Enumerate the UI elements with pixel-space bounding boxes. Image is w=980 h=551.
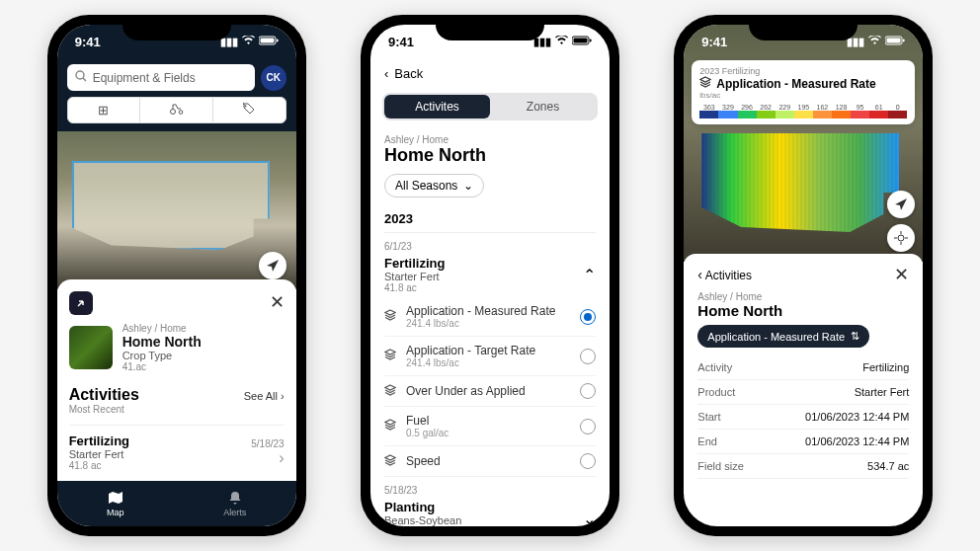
close-icon[interactable]: ✕ bbox=[270, 291, 285, 313]
svg-rect-2 bbox=[277, 39, 279, 42]
legend-swatch: 296 bbox=[738, 104, 757, 118]
activity-group-planting[interactable]: Planting Beans-Soybean 40 ac ⌄ bbox=[384, 496, 596, 526]
svg-point-5 bbox=[170, 110, 175, 115]
activities-heading: Activities bbox=[69, 386, 139, 404]
detail-label: Start bbox=[697, 411, 720, 423]
map-icon bbox=[107, 491, 124, 508]
svg-rect-10 bbox=[590, 39, 592, 42]
phone-3: 9:41 ▮▮▮ 2023 Fertilizing Application - … bbox=[674, 15, 933, 536]
seg-activities[interactable]: Activites bbox=[384, 95, 490, 118]
locate-button[interactable] bbox=[887, 191, 915, 218]
detail-label: End bbox=[697, 435, 717, 447]
activity-row[interactable]: Fertilizing Starter Fert 41.8 ac 5/18/23… bbox=[69, 425, 285, 471]
status-time: 9:41 bbox=[701, 35, 727, 49]
notch bbox=[436, 15, 544, 40]
layer-option[interactable]: Application - Measured Rate 241.4 lbs/ac bbox=[384, 297, 596, 337]
detail-label: Product bbox=[697, 386, 735, 398]
year-label: 2023 bbox=[384, 211, 596, 233]
tab-tags-icon[interactable] bbox=[213, 98, 286, 122]
layers-icon bbox=[384, 349, 398, 363]
radio-button[interactable] bbox=[580, 309, 596, 325]
battery-icon bbox=[885, 36, 905, 47]
legend-swatch: 229 bbox=[776, 104, 794, 118]
expand-button[interactable] bbox=[69, 291, 93, 315]
chevron-down-icon: ⌄ bbox=[463, 179, 473, 193]
layer-subtitle: 0.5 gal/ac bbox=[406, 428, 572, 438]
center-button[interactable] bbox=[887, 224, 915, 252]
back-button[interactable]: ‹ Back bbox=[370, 58, 610, 89]
nav-map[interactable]: Map bbox=[107, 491, 124, 517]
phone-2: 9:41 ▮▮▮ ‹ Back Activites Zones Ashley /… bbox=[361, 15, 619, 536]
avatar[interactable]: CK bbox=[261, 65, 286, 91]
radio-button[interactable] bbox=[580, 419, 596, 434]
legend-context: 2023 Fertilizing bbox=[699, 66, 907, 76]
map-view[interactable]: 9:41 ▮▮▮ 2023 Fertilizing Application - … bbox=[684, 25, 923, 262]
detail-value: 01/06/2023 12:44 PM bbox=[805, 435, 909, 447]
application-heatmap bbox=[701, 133, 899, 232]
wifi-icon bbox=[555, 36, 568, 47]
activity-product: Starter Fert bbox=[69, 448, 129, 460]
detail-row: ActivityFertilizing bbox=[697, 355, 909, 380]
layer-subtitle: 241.4 lbs/ac bbox=[406, 318, 572, 329]
layer-option[interactable]: Over Under as Applied bbox=[384, 376, 596, 407]
chevron-left-icon: ‹ bbox=[697, 267, 702, 282]
close-icon[interactable]: ✕ bbox=[894, 264, 909, 285]
layer-title: Application - Measured Rate bbox=[406, 304, 572, 318]
layer-option[interactable]: Speed bbox=[384, 446, 596, 477]
svg-rect-9 bbox=[573, 39, 587, 43]
activity-date: 5/18/23 bbox=[384, 485, 596, 496]
layer-option[interactable]: Application - Target Rate 241.4 lbs/ac bbox=[384, 337, 596, 376]
activity-acres: 41.8 ac bbox=[69, 460, 129, 471]
radio-button[interactable] bbox=[580, 349, 596, 364]
nav-alerts[interactable]: Alerts bbox=[223, 491, 246, 517]
field-boundary[interactable] bbox=[72, 161, 270, 250]
breadcrumb: Ashley / Home bbox=[384, 134, 596, 145]
layer-selector[interactable]: Application - Measured Rate ⇅ bbox=[697, 325, 869, 348]
detail-value: 534.7 ac bbox=[867, 460, 909, 472]
layers-icon bbox=[699, 76, 711, 91]
status-time: 9:41 bbox=[75, 35, 101, 49]
legend-swatch: 329 bbox=[718, 104, 737, 118]
activity-date: 6/1/23 bbox=[384, 241, 596, 252]
legend-swatch: 195 bbox=[794, 104, 813, 118]
activity-group-fertilizing[interactable]: Fertilizing Starter Fert 41.8 ac ⌃ bbox=[384, 252, 596, 297]
tab-equipment-icon[interactable] bbox=[140, 98, 213, 122]
tab-fields-icon[interactable]: ⊞ bbox=[68, 98, 141, 122]
seg-zones[interactable]: Zones bbox=[490, 95, 596, 118]
breadcrumb: Ashley / Home bbox=[697, 291, 909, 302]
detail-label: Field size bbox=[697, 460, 743, 472]
bottom-nav: Map Alerts bbox=[57, 481, 296, 526]
wifi-icon bbox=[242, 36, 255, 47]
locate-button[interactable] bbox=[259, 252, 286, 279]
layers-icon bbox=[384, 454, 398, 469]
crop-type: Crop Type bbox=[122, 350, 202, 361]
updown-icon: ⇅ bbox=[851, 330, 859, 343]
map-view[interactable] bbox=[57, 131, 296, 289]
radio-button[interactable] bbox=[580, 383, 596, 399]
battery-icon bbox=[572, 36, 592, 47]
search-icon bbox=[75, 70, 87, 85]
see-all-link[interactable]: See All › bbox=[244, 390, 285, 402]
svg-rect-1 bbox=[260, 39, 274, 43]
svg-rect-13 bbox=[903, 39, 905, 42]
chevron-left-icon: ‹ bbox=[384, 66, 388, 81]
activity-name: Fertilizing bbox=[69, 433, 129, 448]
layers-icon bbox=[384, 419, 398, 433]
layers-icon bbox=[384, 384, 398, 399]
activity-date: 5/18/23 bbox=[251, 438, 284, 449]
search-placeholder: Equipment & Fields bbox=[93, 71, 196, 85]
notch bbox=[122, 15, 231, 40]
season-filter[interactable]: All Seasons ⌄ bbox=[384, 174, 484, 197]
notch bbox=[749, 15, 858, 40]
back-activities[interactable]: ‹ Activities bbox=[697, 267, 752, 282]
segmented-control: Activites Zones bbox=[382, 93, 598, 120]
breadcrumb: Ashley / Home bbox=[122, 323, 202, 334]
top-bar: Equipment & Fields CK ⊞ bbox=[57, 58, 296, 131]
legend-swatch: 95 bbox=[851, 104, 869, 118]
svg-line-4 bbox=[83, 78, 86, 81]
field-acres: 41.ac bbox=[122, 361, 202, 372]
radio-button[interactable] bbox=[580, 453, 596, 469]
layer-option[interactable]: Fuel 0.5 gal/ac bbox=[384, 407, 596, 446]
search-input[interactable]: Equipment & Fields bbox=[67, 64, 255, 91]
detail-row: End01/06/2023 12:44 PM bbox=[697, 430, 909, 454]
